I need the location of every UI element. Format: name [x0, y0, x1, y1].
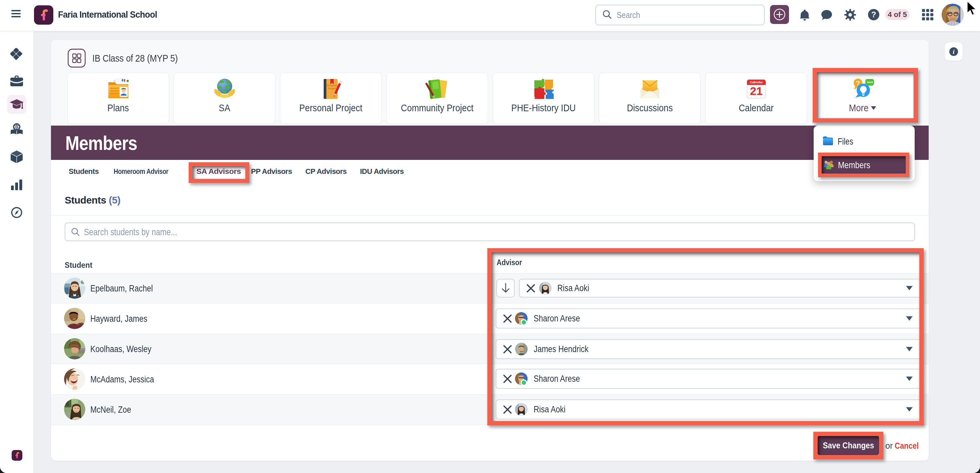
svg-text:21: 21	[750, 85, 763, 97]
svg-text:Calendar: Calendar	[750, 81, 763, 84]
svg-text:Personal: Personal	[327, 84, 337, 87]
svg-text:Project: Project	[328, 87, 336, 90]
